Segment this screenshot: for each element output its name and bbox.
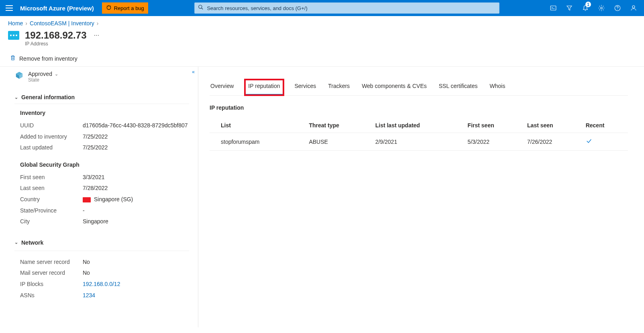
svg-line-5	[202, 8, 203, 10]
added-label: Added to inventory	[20, 133, 83, 141]
tab-web-components[interactable]: Web components & CVEs	[361, 80, 428, 95]
menu-icon[interactable]	[6, 5, 13, 11]
breadcrumb-sep: ›	[97, 20, 99, 27]
tab-whois[interactable]: Whois	[489, 80, 506, 95]
network-label: Network	[21, 239, 43, 246]
col-first-seen: First seen	[465, 118, 524, 133]
added-value: 7/25/2022	[83, 133, 108, 141]
breadcrumb: Home › ContosoEASM | Inventory ›	[0, 16, 644, 28]
mail-label: Mail server record	[20, 269, 83, 277]
breadcrumb-home[interactable]: Home	[8, 20, 23, 27]
ipblocks-label: IP Blocks	[20, 280, 83, 288]
chevron-down-icon: ⌄	[55, 72, 58, 77]
cell-list: stopforumspam	[210, 133, 306, 151]
lastseen-value: 7/28/2022	[83, 184, 108, 192]
stateprov-value: -	[83, 207, 85, 215]
brand-label: Microsoft Azure (Preview)	[20, 5, 94, 12]
page-title: 192.168.92.73	[25, 30, 86, 41]
svg-marker-8	[567, 6, 572, 10]
tab-trackers[interactable]: Trackers	[327, 80, 351, 95]
city-value: Singapore	[83, 218, 108, 226]
general-info-label: General information	[21, 94, 75, 100]
svg-point-13	[632, 6, 635, 8]
svg-rect-6	[550, 6, 556, 10]
filter-icon[interactable]	[562, 0, 577, 16]
inventory-subhead: Inventory	[20, 110, 189, 116]
svg-line-3	[110, 6, 111, 6]
ns-value: No	[83, 258, 90, 266]
report-bug-button[interactable]: Report a bug	[102, 2, 148, 14]
help-icon[interactable]	[610, 0, 625, 16]
mail-value: No	[83, 269, 90, 277]
col-recent: Recent	[583, 118, 628, 133]
tabs: Overview IP reputation Services Trackers…	[210, 80, 628, 96]
state-value: Approved	[28, 71, 52, 77]
notifications-icon[interactable]: 1	[578, 0, 593, 16]
trash-icon	[10, 55, 16, 62]
tab-services[interactable]: Services	[294, 80, 317, 95]
breadcrumb-inventory[interactable]: ContosoEASM | Inventory	[30, 20, 94, 27]
page-subtitle: IP Address	[0, 41, 644, 47]
cell-list-updated: 2/9/2021	[372, 133, 465, 151]
asns-label: ASNs	[20, 292, 83, 300]
col-threat: Threat type	[306, 118, 372, 133]
main-pane: Overview IP reputation Services Trackers…	[198, 67, 644, 327]
col-list: List	[210, 118, 306, 133]
account-icon[interactable]	[626, 0, 641, 16]
uuid-label: UUID	[20, 122, 83, 130]
lastseen-label: Last seen	[20, 184, 83, 192]
state-label: State	[28, 77, 58, 83]
content-area: « Approved ⌄ State ⌄ General information…	[0, 67, 644, 327]
bug-icon	[106, 5, 112, 12]
table-row[interactable]: stopforumspam ABUSE 2/9/2021 5/3/2022 7/…	[210, 133, 628, 151]
firstseen-value: 3/3/2021	[83, 174, 105, 182]
notification-badge: 1	[585, 2, 591, 7]
cell-threat: ABUSE	[306, 133, 372, 151]
reputation-table: List Threat type List last updated First…	[210, 118, 628, 151]
tab-ip-reputation[interactable]: IP reputation	[245, 80, 283, 95]
report-bug-label: Report a bug	[114, 5, 144, 11]
stateprov-label: State/Province	[20, 207, 83, 215]
global-search[interactable]	[194, 2, 499, 14]
col-last-seen: Last seen	[524, 118, 583, 133]
state-icon	[14, 71, 24, 80]
city-label: City	[20, 218, 83, 226]
uuid-value: d17605da-76cc-4430-8328-8729dc5bf807	[83, 122, 188, 130]
flag-icon	[83, 197, 91, 202]
chevron-down-icon: ⌄	[14, 240, 18, 245]
cloud-shell-icon[interactable]	[546, 0, 560, 16]
command-bar: Remove from inventory	[0, 51, 644, 67]
title-row: 192.168.92.73 ···	[0, 28, 644, 42]
remove-from-inventory-button[interactable]: Remove from inventory	[10, 55, 77, 62]
svg-line-2	[107, 6, 108, 6]
panel-title: IP reputation	[210, 104, 628, 111]
tab-overview[interactable]: Overview	[210, 80, 234, 95]
search-icon	[198, 4, 204, 12]
state-block: Approved ⌄ State	[14, 71, 189, 83]
svg-point-12	[617, 9, 618, 10]
svg-point-4	[199, 5, 202, 8]
chevron-down-icon: ⌄	[14, 95, 18, 100]
country-value: Singapore (SG)	[83, 196, 133, 204]
cell-first-seen: 5/3/2022	[465, 133, 524, 151]
header-actions: 1	[546, 0, 641, 16]
collapse-pane-icon[interactable]: «	[192, 69, 195, 75]
top-bar: Microsoft Azure (Preview) Report a bug 1	[0, 0, 644, 16]
state-dropdown[interactable]: Approved ⌄	[28, 71, 58, 77]
more-actions-icon[interactable]: ···	[94, 32, 99, 39]
ipblocks-link[interactable]: 192.168.0.0/12	[83, 280, 120, 288]
cell-recent	[583, 133, 628, 151]
details-pane: « Approved ⌄ State ⌄ General information…	[0, 67, 198, 327]
breadcrumb-sep: ›	[25, 20, 27, 27]
gsg-subhead: Global Security Graph	[20, 161, 189, 168]
tab-ssl-certificates[interactable]: SSL certificates	[438, 80, 479, 95]
updated-value: 7/25/2022	[83, 144, 108, 152]
ns-label: Name server record	[20, 258, 83, 266]
check-icon	[586, 139, 592, 145]
country-label: Country	[20, 196, 83, 204]
settings-icon[interactable]	[594, 0, 609, 16]
section-general-information[interactable]: ⌄ General information	[14, 90, 189, 104]
section-network[interactable]: ⌄ Network	[14, 235, 189, 249]
search-input[interactable]	[207, 5, 496, 11]
asns-link[interactable]: 1234	[83, 292, 95, 300]
